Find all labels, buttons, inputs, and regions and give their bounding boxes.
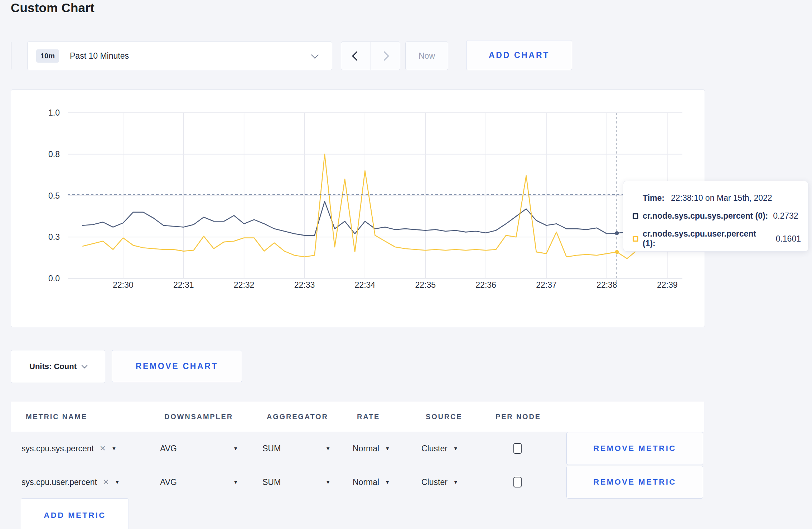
metric-name-value: sys.cpu.sys.percent <box>21 444 94 453</box>
x-tick-label: 22:36 <box>475 280 496 290</box>
clear-metric-icon[interactable]: ✕ <box>103 478 109 486</box>
column-header-per-node: PER NODE <box>496 413 571 421</box>
column-header-aggregator: AGGREGATOR <box>267 413 357 421</box>
hover-point-dot <box>615 250 619 254</box>
y-tick-label: 0.0 <box>48 274 60 283</box>
x-tick-label: 22:38 <box>596 280 617 290</box>
x-tick-label: 22:34 <box>355 280 376 290</box>
chevron-right-icon <box>380 51 389 61</box>
column-header-rate: RATE <box>357 413 426 421</box>
time-range-select[interactable]: 10m Past 10 Minutes <box>27 42 332 70</box>
units-label: Units: Count <box>29 362 77 371</box>
add-chart-button[interactable]: ADD CHART <box>466 40 572 70</box>
metric-row: sys.cpu.sys.percent ✕ ▼ AVG ▼ SUM ▼ Norm… <box>11 432 704 465</box>
user-series-swatch-icon <box>633 236 638 242</box>
caret-down-icon: ▼ <box>115 479 120 485</box>
x-tick-label: 22:32 <box>234 280 255 290</box>
source-select[interactable]: Cluster ▼ <box>421 477 491 487</box>
rate-select[interactable]: Normal ▼ <box>353 477 421 487</box>
downsampler-select[interactable]: AVG ▼ <box>160 444 238 453</box>
remove-chart-button[interactable]: REMOVE CHART <box>112 350 242 382</box>
caret-down-icon: ▼ <box>385 479 390 485</box>
per-node-checkbox[interactable] <box>513 443 522 454</box>
x-tick-label: 22:31 <box>173 280 194 290</box>
prev-interval-button[interactable] <box>341 42 371 70</box>
tooltip-series-name: cr.node.sys.cpu.sys.percent (0): <box>643 211 768 221</box>
caret-down-icon: ▼ <box>385 446 390 451</box>
metric-row: sys.cpu.user.percent ✕ ▼ AVG ▼ SUM ▼ Nor… <box>11 465 704 499</box>
metric-name-value: sys.cpu.user.percent <box>21 477 97 487</box>
add-metric-button[interactable]: ADD METRIC <box>21 498 129 529</box>
caret-down-icon: ▼ <box>233 479 238 485</box>
caret-down-icon: ▼ <box>325 446 330 451</box>
tooltip-series-value: 0.1601 <box>776 234 801 244</box>
toolbar-left-divider <box>11 42 11 69</box>
chart-tooltip: Time: 22:38:10 on Mar 15th, 2022 cr.node… <box>623 181 808 252</box>
source-select[interactable]: Cluster ▼ <box>421 444 491 453</box>
chevron-down-icon <box>81 363 87 369</box>
per-node-checkbox[interactable] <box>513 477 522 487</box>
now-button[interactable]: Now <box>405 42 448 70</box>
tooltip-series-row: cr.node.sys.cpu.user.percent (1): 0.1601 <box>633 229 801 248</box>
x-tick-label: 22:39 <box>657 280 678 290</box>
time-range-badge: 10m <box>36 49 59 63</box>
page-title: Custom Chart <box>11 1 95 15</box>
tooltip-series-name: cr.node.sys.cpu.user.percent (1): <box>643 229 771 248</box>
next-interval-button[interactable] <box>371 42 400 70</box>
series-line <box>83 202 677 236</box>
chevron-left-icon <box>352 51 362 61</box>
y-tick-label: 1.0 <box>48 108 60 117</box>
custom-chart-page: Custom Chart 10m Past 10 Minutes Now ADD… <box>0 0 812 529</box>
y-tick-label: 0.5 <box>48 191 60 200</box>
chevron-down-icon <box>311 51 319 58</box>
caret-down-icon: ▼ <box>112 446 117 451</box>
column-header-downsampler: DOWNSAMPLER <box>164 413 267 421</box>
y-tick-label: 0.8 <box>48 150 60 159</box>
downsampler-select[interactable]: AVG ▼ <box>160 477 238 487</box>
tooltip-time-label: Time: <box>643 193 664 203</box>
chart-card[interactable]: 22:3022:3122:3222:3322:3422:3522:3622:37… <box>11 89 705 327</box>
y-tick-label: 0.3 <box>48 232 60 242</box>
tooltip-time-value: 22:38:10 on Mar 15th, 2022 <box>671 193 772 203</box>
x-tick-label: 22:37 <box>536 280 557 290</box>
caret-down-icon: ▼ <box>325 479 330 485</box>
metric-name-select[interactable]: sys.cpu.sys.percent ✕ ▼ <box>21 444 160 453</box>
x-tick-label: 22:35 <box>415 280 436 290</box>
tooltip-series-row: cr.node.sys.cpu.sys.percent (0): 0.2732 <box>633 211 801 221</box>
caret-down-icon: ▼ <box>453 446 458 451</box>
tooltip-time-row: Time: 22:38:10 on Mar 15th, 2022 <box>633 193 801 203</box>
tooltip-series-value: 0.2732 <box>773 211 798 221</box>
column-header-source: SOURCE <box>426 413 496 421</box>
x-tick-label: 22:30 <box>113 280 134 290</box>
remove-metric-button[interactable]: REMOVE METRIC <box>566 432 703 465</box>
column-header-metric-name: METRIC NAME <box>26 413 164 421</box>
clear-metric-icon[interactable]: ✕ <box>100 444 106 453</box>
metrics-table-header: METRIC NAME DOWNSAMPLER AGGREGATOR RATE … <box>11 402 704 432</box>
units-select[interactable]: Units: Count <box>11 350 105 383</box>
aggregator-select[interactable]: SUM ▼ <box>262 444 330 453</box>
caret-down-icon: ▼ <box>233 446 238 451</box>
hover-point-dot <box>615 231 619 235</box>
remove-metric-button[interactable]: REMOVE METRIC <box>566 466 703 499</box>
x-tick-label: 22:33 <box>294 280 315 290</box>
sys-series-swatch-icon <box>633 213 638 219</box>
time-pager <box>341 42 400 70</box>
series-line <box>83 154 677 259</box>
line-chart[interactable]: 22:3022:3122:3222:3322:3422:3522:3622:37… <box>11 90 705 327</box>
time-range-label: Past 10 Minutes <box>70 51 129 61</box>
caret-down-icon: ▼ <box>453 479 458 485</box>
metric-name-select[interactable]: sys.cpu.user.percent ✕ ▼ <box>21 477 160 487</box>
rate-select[interactable]: Normal ▼ <box>353 444 421 453</box>
aggregator-select[interactable]: SUM ▼ <box>262 477 330 487</box>
